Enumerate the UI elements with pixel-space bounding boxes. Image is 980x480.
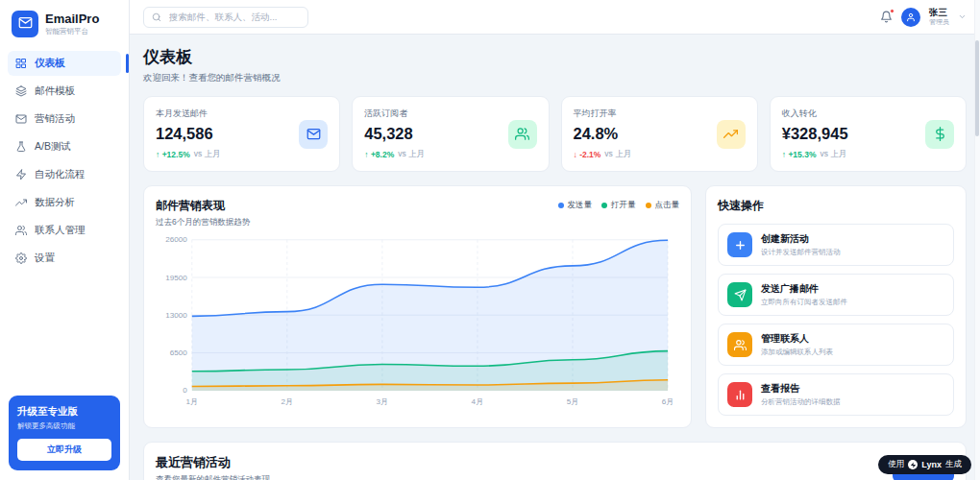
brand-text: EmailPro 智能营销平台 [45, 12, 99, 36]
sidebar-item-label: 自动化流程 [35, 168, 86, 181]
zap-icon [15, 169, 27, 180]
quick-action-view-reports[interactable]: 查看报告 分析营销活动的详细数据 [718, 373, 954, 416]
quick-action-create-campaign[interactable]: 创建新活动 设计并发送邮件营销活动 [718, 224, 954, 266]
sidebar-item-campaigns[interactable]: 营销活动 [8, 107, 121, 132]
legend-dot [558, 203, 564, 208]
search-box[interactable] [143, 7, 308, 28]
brand-name: EmailPro [45, 12, 99, 26]
notifications-button[interactable] [880, 11, 893, 23]
quick-action-desc: 立即向所有订阅者发送邮件 [761, 298, 847, 307]
stat-change: ↓ -2.1% vs 上月 [574, 149, 632, 160]
plus-icon [727, 232, 752, 257]
sidebar-item-label: 邮件模板 [35, 84, 75, 98]
chart-header: 邮件营销表现 过去6个月的营销数据趋势 发送量 打开量 点击量 [156, 198, 679, 228]
stat-vs-label: vs 上月 [194, 149, 221, 160]
stat-label: 本月发送邮件 [156, 108, 221, 120]
quick-actions-card: 快速操作 创建新活动 设计并发送邮件营销活动 发送广播 [705, 185, 967, 428]
stat-delta: ↑ +15.3% [782, 150, 817, 159]
sidebar-item-ab-testing[interactable]: A/B测试 [8, 134, 121, 159]
middle-row: 邮件营销表现 过去6个月的营销数据趋势 发送量 打开量 点击量 06500130… [143, 185, 967, 428]
quick-action-text: 发送广播邮件 立即向所有订阅者发送邮件 [761, 282, 847, 307]
person-icon [906, 12, 916, 22]
stat-delta: ↑ +12.5% [156, 150, 190, 159]
quick-action-desc: 添加或编辑联系人列表 [761, 348, 833, 357]
svg-text:2月: 2月 [281, 397, 293, 406]
badge-brand: Lynx [921, 460, 942, 469]
sidebar-item-label: 联系人管理 [35, 224, 86, 237]
brand-logo [12, 11, 38, 37]
quick-action-desc: 分析营销活动的详细数据 [761, 397, 841, 407]
chart-titles: 邮件营销表现 过去6个月的营销数据趋势 [156, 198, 250, 228]
quick-action-desc: 设计并发送邮件营销活动 [761, 248, 841, 257]
legend-label: 打开量 [611, 200, 636, 211]
users-icon [15, 225, 27, 236]
svg-text:5月: 5月 [567, 397, 579, 406]
mail-icon [299, 120, 328, 149]
stat-delta: ↑ +8.2% [364, 150, 394, 159]
badge-prefix: 使用 [888, 459, 904, 470]
sidebar-item-settings[interactable]: 设置 [8, 246, 121, 271]
sidebar-item-dashboard[interactable]: 仪表板 [8, 51, 121, 76]
upgrade-button[interactable]: 立即升级 [17, 439, 111, 461]
quick-action-title: 查看报告 [761, 382, 841, 396]
quick-action-title: 管理联系人 [761, 332, 833, 346]
scrollbar[interactable] [974, 0, 980, 480]
quick-action-send-broadcast[interactable]: 发送广播邮件 立即向所有订阅者发送邮件 [718, 274, 954, 316]
svg-text:6500: 6500 [170, 348, 188, 357]
layers-icon [15, 85, 27, 97]
stat-body: 本月发送邮件 124,586 ↑ +12.5% vs 上月 [156, 108, 221, 160]
notification-dot [890, 9, 894, 13]
badge-suffix: 生成 [945, 459, 962, 470]
svg-text:3月: 3月 [377, 397, 389, 406]
sidebar-item-contacts[interactable]: 联系人管理 [8, 218, 121, 243]
quick-actions-list: 创建新活动 设计并发送邮件营销活动 发送广播邮件 立即向所有订阅者发送邮件 [718, 224, 954, 416]
legend-item-sends: 发送量 [558, 200, 593, 211]
chart-subtitle: 过去6个月的营销数据趋势 [156, 217, 250, 228]
stat-body: 活跃订阅者 45,328 ↑ +8.2% vs 上月 [364, 108, 425, 160]
sidebar-item-templates[interactable]: 邮件模板 [8, 79, 121, 104]
bar-chart-icon [727, 382, 752, 407]
stat-change: ↑ +8.2% vs 上月 [364, 149, 425, 160]
quick-action-manage-contacts[interactable]: 管理联系人 添加或编辑联系人列表 [718, 324, 954, 366]
stat-label: 收入转化 [782, 108, 848, 120]
scrollbar-thumb[interactable] [975, 40, 979, 136]
page-subtitle: 欢迎回来！查看您的邮件营销概况 [143, 72, 967, 84]
legend-dot [601, 203, 607, 208]
performance-chart: 065001300019500260001月2月3月4月5月6月 [156, 232, 679, 411]
stat-body: 平均打开率 24.8% ↓ -2.1% vs 上月 [574, 108, 632, 160]
brand: EmailPro 智能营销平台 [0, 0, 129, 45]
quick-action-title: 发送广播邮件 [761, 282, 847, 296]
avatar[interactable] [901, 8, 920, 27]
sidebar-item-analytics[interactable]: 数据分析 [8, 190, 121, 215]
svg-text:26000: 26000 [165, 236, 187, 245]
stat-card-revenue: 收入转化 ¥328,945 ↑ +15.3% vs 上月 [770, 96, 967, 172]
content: 仪表板 欢迎回来！查看您的邮件营销概况 本月发送邮件 124,586 ↑ +12… [130, 35, 980, 480]
sidebar-item-automation[interactable]: 自动化流程 [8, 162, 121, 187]
recent-campaigns-title: 最近营销活动 [156, 454, 270, 471]
upgrade-desc: 解锁更多高级功能 [17, 421, 111, 431]
main-area: 张三 管理员 仪表板 欢迎回来！查看您的邮件营销概况 本月发送邮件 124,58… [130, 0, 980, 480]
legend-dot [646, 203, 651, 208]
svg-text:13000: 13000 [165, 311, 187, 320]
brand-tagline: 智能营销平台 [45, 27, 99, 36]
legend-label: 发送量 [568, 200, 593, 211]
quick-action-text: 管理联系人 添加或编辑联系人列表 [761, 332, 833, 357]
users-icon [727, 332, 752, 357]
stat-value: 45,328 [364, 125, 425, 143]
lynx-badge[interactable]: 使用 Lynx 生成 [878, 455, 971, 474]
svg-text:6月: 6月 [662, 397, 674, 406]
stat-value: 124,586 [156, 125, 221, 143]
sidebar-item-label: A/B测试 [35, 140, 71, 154]
stat-change: ↑ +15.3% vs 上月 [782, 149, 848, 160]
stat-label: 平均打开率 [574, 108, 632, 120]
quick-actions-title: 快速操作 [718, 198, 954, 214]
svg-text:19500: 19500 [165, 274, 187, 282]
stat-vs-label: vs 上月 [604, 149, 631, 160]
search-input[interactable] [167, 11, 300, 23]
gear-icon [15, 252, 27, 264]
chevron-down-icon[interactable] [958, 12, 967, 21]
quick-action-text: 查看报告 分析营销活动的详细数据 [761, 382, 841, 407]
user-role: 管理员 [929, 17, 949, 27]
flask-icon [15, 141, 27, 153]
recent-campaigns-titles: 最近营销活动 查看您最新的邮件营销活动表现 [156, 454, 270, 480]
